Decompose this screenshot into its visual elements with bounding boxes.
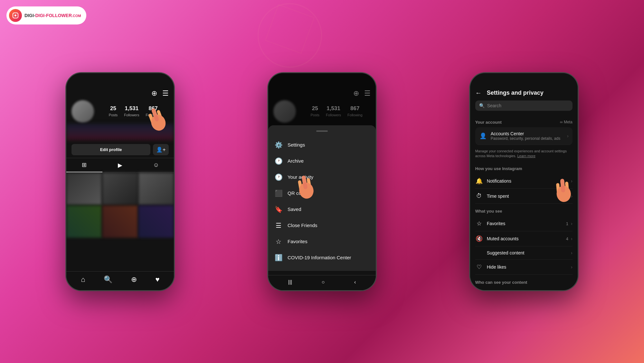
- post-thumb-5[interactable]: [102, 205, 138, 238]
- muted-count: 4: [566, 236, 568, 241]
- covid-menu-icon: ℹ️: [275, 254, 282, 262]
- android-menu-icon: |||: [288, 279, 292, 285]
- activity-menu-label: Your activity: [288, 174, 313, 180]
- accounts-center-item[interactable]: 👤 Accounts Center Password, security, pe…: [475, 127, 573, 145]
- favorites-item[interactable]: ☆ Favorites 1 ›: [475, 216, 573, 231]
- avatar: [71, 100, 94, 123]
- add-person-button[interactable]: 👤+: [153, 144, 169, 155]
- menu-item-qr[interactable]: ⬛ QR code: [268, 185, 376, 201]
- suggested-content-item[interactable]: Suggested content ›: [475, 246, 573, 260]
- menu-item-activity[interactable]: 🕐 Your activity: [268, 169, 376, 185]
- profile-bio: [66, 124, 174, 140]
- favorites-count: 1: [566, 221, 568, 226]
- menu-item-archive[interactable]: 🕐 Archive: [268, 153, 376, 169]
- edit-profile-row: Edit profile 👤+: [66, 141, 174, 158]
- muted-chevron: ›: [571, 236, 573, 241]
- posts-stat[interactable]: 25 Posts: [109, 105, 118, 118]
- favorites-icon: ☆: [475, 220, 483, 227]
- saved-menu-label: Saved: [288, 206, 301, 212]
- post-thumb-1[interactable]: [66, 173, 102, 205]
- accounts-center-content: Accounts Center Password, security, pers…: [491, 131, 563, 141]
- close-friends-menu-icon: ☰: [275, 222, 282, 229]
- notifications-chevron: ›: [571, 178, 573, 184]
- svg-point-1: [14, 14, 16, 16]
- notifications-icon: 🔔: [475, 177, 483, 185]
- settings-menu-icon: ⚙️: [275, 141, 282, 149]
- what-you-see-label: What you see: [475, 209, 502, 214]
- post-thumb-3[interactable]: [138, 173, 174, 205]
- hamburger-menu-icon[interactable]: ☰: [162, 89, 169, 98]
- add-nav-icon[interactable]: ⊕: [131, 275, 137, 284]
- add-post-icon[interactable]: ⊕: [151, 89, 157, 98]
- meta-logo: ∞ Meta: [560, 120, 573, 124]
- search-placeholder-text: Search: [487, 103, 501, 108]
- learn-more-link[interactable]: Learn more: [517, 154, 535, 158]
- your-account-section-header: Your account ∞ Meta: [475, 119, 573, 127]
- favorites-content: Favorites: [487, 221, 562, 226]
- bottom-navigation-2: ||| ○ ‹: [268, 275, 376, 290]
- android-back-icon: ‹: [354, 279, 356, 285]
- favorites-right: 1 ›: [566, 221, 573, 226]
- hide-likes-item[interactable]: ♡ Hide likes ›: [475, 260, 573, 275]
- hide-likes-chevron: ›: [571, 264, 573, 270]
- phone-3: ← Settings and privacy 🔍 Search Your acc…: [469, 72, 579, 291]
- saved-menu-icon: 🔖: [275, 205, 282, 213]
- tagged-tab[interactable]: ☺: [138, 158, 174, 172]
- notifications-item[interactable]: 🔔 Notifications ›: [475, 174, 573, 189]
- profile-screen-2: ⊕ ☰ 25 Posts 1,531 Followers 867 Followi…: [268, 73, 376, 290]
- covid-menu-label: COVID-19 Information Center: [288, 255, 351, 260]
- settings-search-bar[interactable]: 🔍 Search: [475, 100, 573, 111]
- menu-handle: [316, 130, 328, 132]
- edit-profile-button[interactable]: Edit profile: [71, 144, 150, 155]
- how-you-use-label: How you use Instagram: [475, 166, 522, 171]
- menu-item-favorites[interactable]: ☆ Favorites: [268, 234, 376, 250]
- post-thumb-2[interactable]: [102, 173, 138, 205]
- hide-likes-content: Hide likes: [487, 264, 567, 270]
- favorites-menu-label: Favorites: [288, 239, 308, 244]
- following-label: Following: [146, 113, 160, 117]
- reels-tab[interactable]: ▶: [102, 158, 138, 172]
- post-thumb-6[interactable]: [138, 205, 174, 238]
- notifications-title: Notifications: [487, 178, 567, 184]
- how-you-use-section: How you use Instagram 🔔 Notifications › …: [470, 162, 578, 205]
- followers-stat[interactable]: 1,531 Followers: [124, 105, 139, 118]
- hide-likes-icon: ♡: [475, 263, 483, 271]
- slide-up-menu: ⚙️ Settings 🕐 Archive 🕐 Your activity ⬛ …: [268, 125, 376, 271]
- followers-label: Followers: [124, 113, 139, 117]
- account-privacy-item[interactable]: 🔒 Account privacy Private ›: [475, 287, 573, 290]
- grid-tab[interactable]: ⊞: [66, 158, 102, 172]
- search-nav-icon[interactable]: 🔍: [104, 275, 112, 284]
- bottom-navigation-1: ⌂ 🔍 ⊕ ♥: [66, 271, 174, 290]
- android-home-icon: ○: [322, 279, 325, 285]
- back-button[interactable]: ←: [475, 89, 482, 97]
- menu-item-close-friends[interactable]: ☰ Close Friends: [268, 217, 376, 234]
- heart-nav-icon[interactable]: ♥: [155, 275, 159, 284]
- suggested-title: Suggested content: [487, 250, 567, 255]
- content-tabs: ⊞ ▶ ☺: [66, 158, 174, 173]
- menu-item-settings[interactable]: ⚙️ Settings: [268, 137, 376, 153]
- qr-menu-label: QR code: [288, 190, 307, 196]
- post-thumb-4[interactable]: [66, 205, 102, 238]
- favorites-menu-icon: ☆: [275, 238, 282, 245]
- settings-title: Settings and privacy: [487, 90, 544, 96]
- time-spent-title: Time spent: [487, 194, 567, 199]
- muted-accounts-item[interactable]: 🔇 Muted accounts 4 ›: [475, 231, 573, 246]
- who-can-see-label: Who can see your content: [475, 280, 527, 285]
- profile-info-row: 25 Posts 1,531 Followers 867 Following: [66, 100, 174, 123]
- muted-title: Muted accounts: [487, 236, 562, 241]
- accounts-center-chevron: ›: [567, 133, 569, 139]
- menu-item-saved[interactable]: 🔖 Saved: [268, 201, 376, 217]
- time-spent-icon: ⏱: [475, 193, 483, 199]
- qr-menu-icon: ⬛: [275, 189, 282, 197]
- following-stat[interactable]: 867 Following: [146, 105, 160, 118]
- favorites-chevron: ›: [571, 221, 573, 226]
- home-nav-icon[interactable]: ⌂: [81, 275, 85, 284]
- what-you-see-section: What you see ☆ Favorites 1 › 🔇 Muted acc…: [470, 205, 578, 276]
- following-count: 867: [146, 105, 160, 112]
- menu-item-covid[interactable]: ℹ️ COVID-19 Information Center: [268, 250, 376, 266]
- search-icon: 🔍: [479, 103, 485, 108]
- logo-icon: [9, 9, 22, 22]
- time-spent-item[interactable]: ⏱ Time spent ›: [475, 189, 573, 204]
- posts-label: Posts: [109, 113, 118, 117]
- settings-screen: ← Settings and privacy 🔍 Search Your acc…: [470, 73, 578, 290]
